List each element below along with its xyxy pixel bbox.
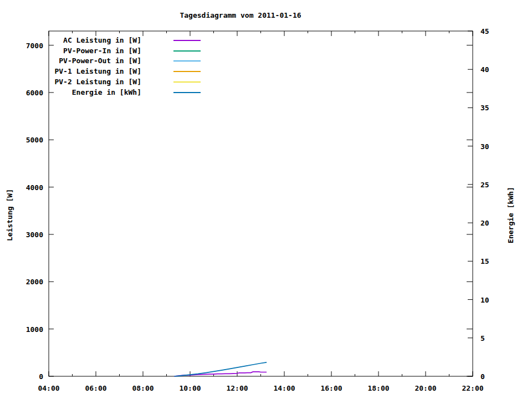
y1-tick-label: 1000: [26, 325, 43, 334]
x-tick-label: 04:00: [38, 384, 59, 392]
y1-tick-label: 4000: [26, 183, 43, 192]
x-tick-label: 18:00: [367, 384, 389, 392]
legend-line-sample: [173, 50, 201, 52]
legend-line-sample: [173, 81, 201, 83]
x-tick-label: 06:00: [85, 384, 106, 392]
x-tick-label: 14:00: [273, 384, 295, 392]
legend-line-sample: [173, 92, 201, 93]
y-axis-title-left: Leistung [W]: [6, 189, 14, 241]
legend-label: PV-2 Leistung in [W]: [54, 77, 141, 87]
y2-tick-label: 30: [480, 142, 489, 151]
x-tick-label: 08:00: [132, 384, 154, 392]
series-line-1: [175, 372, 267, 376]
legend-label: Energie in [kWh]: [72, 88, 141, 98]
legend-label: PV-Power-Out in [W]: [59, 56, 141, 66]
y2-tick-label: 5: [480, 334, 485, 342]
x-tick-label: 22:00: [462, 384, 483, 392]
legend-label: PV-Power-In in [W]: [63, 46, 141, 56]
legend-line-sample: [173, 60, 201, 62]
y1-tick-label: 3000: [26, 231, 43, 239]
y-axis-title-right: Energie [kWh]: [507, 187, 515, 243]
x-tick-label: 20:00: [415, 384, 436, 392]
y2-tick-label: 0: [480, 372, 485, 381]
chart-canvas: 04:0006:0008:0010:0012:0014:0016:0018:00…: [0, 0, 532, 399]
x-tick-label: 10:00: [179, 384, 201, 392]
y2-tick-label: 25: [480, 181, 489, 189]
legend-line-sample: [173, 40, 201, 41]
y1-tick-label: 2000: [26, 278, 43, 286]
y2-tick-label: 20: [480, 219, 489, 227]
legend-label: PV-1 Leistung in [W]: [54, 66, 141, 76]
y1-tick-label: 5000: [26, 136, 43, 144]
y2-tick-label: 45: [480, 27, 489, 35]
y2-tick-label: 15: [480, 257, 489, 265]
y2-tick-label: 10: [480, 296, 489, 304]
legend-item: Energie in [kWh]: [0, 93, 532, 103]
chart-title: Tagesdiagramm vom 2011-01-16: [180, 11, 301, 19]
x-tick-label: 12:00: [226, 384, 248, 392]
y2-tick-label: 35: [480, 104, 489, 112]
x-tick-label: 16:00: [320, 384, 342, 392]
legend-line-sample: [173, 71, 201, 72]
y1-tick-label: 0: [39, 372, 43, 381]
legend-label: AC Leistung in [W]: [63, 35, 141, 45]
